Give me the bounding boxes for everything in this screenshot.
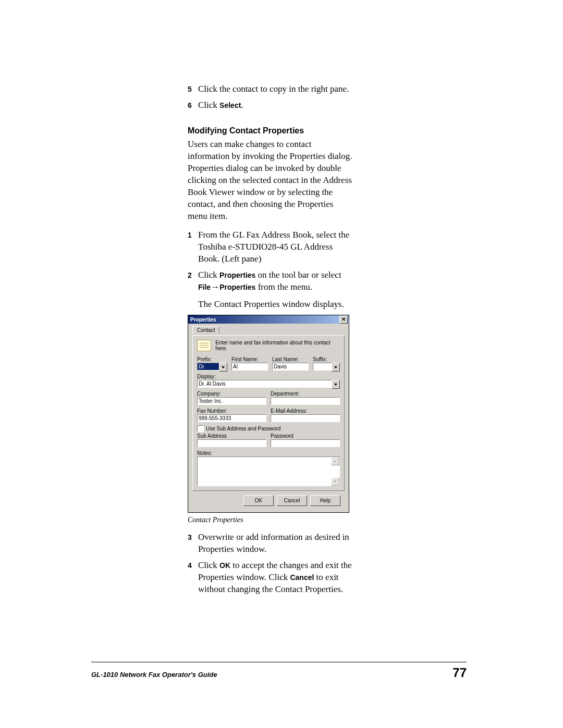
step-number: 6 xyxy=(188,100,198,112)
step-text: Click OK to accept the changes and exit … xyxy=(198,560,354,596)
display-combo[interactable]: Dr. Al Davis xyxy=(197,380,340,388)
use-sub-checkbox[interactable]: Use Sub Address and Password xyxy=(197,425,340,432)
step-4: 4 Click OK to accept the changes and exi… xyxy=(188,560,354,596)
email-input[interactable] xyxy=(271,414,340,422)
notes-label: Notes: xyxy=(197,450,340,456)
tab-strip: Contact xyxy=(192,326,345,333)
step-text: Click Properties on the tool bar or sele… xyxy=(198,269,354,311)
step-1: 1 From the GL Fax Address Book, select t… xyxy=(188,229,354,265)
step-number: 3 xyxy=(188,532,198,556)
display-label: Display: xyxy=(197,374,340,379)
department-input[interactable] xyxy=(271,397,340,405)
intro-paragraph: Users can make changes to contact inform… xyxy=(188,139,354,223)
section-heading: Modifying Contact Properties xyxy=(188,126,467,135)
step-number: 4 xyxy=(188,560,198,596)
step-6: 6 Click Select. xyxy=(188,100,354,112)
sub-address-label: Sub Address xyxy=(197,433,266,439)
password-input[interactable] xyxy=(271,439,340,447)
tab-contact[interactable]: Contact xyxy=(192,326,219,334)
fax-label: Fax Number: xyxy=(197,408,266,414)
help-button[interactable]: Help xyxy=(310,495,340,506)
notes-textarea[interactable] xyxy=(197,456,340,486)
close-icon[interactable]: ✕ xyxy=(339,316,348,324)
company-label: Company: xyxy=(197,391,266,397)
first-name-input[interactable]: Al xyxy=(231,363,268,371)
page-content: 5 Click the contact to copy in the right… xyxy=(91,83,467,600)
figure-caption: Contact Properties xyxy=(188,516,467,524)
company-input[interactable]: Tester Inc. xyxy=(197,397,266,405)
fax-input[interactable]: 999-555-3333 xyxy=(197,414,266,422)
ok-button[interactable]: OK xyxy=(243,495,274,506)
titlebar: Properties ✕ xyxy=(188,315,349,324)
step-number: 5 xyxy=(188,83,198,95)
scroll-down-icon[interactable] xyxy=(331,477,339,486)
email-label: E-Mail Address: xyxy=(271,408,340,414)
page-footer: GL-1010 Network Fax Operator's Guide 77 xyxy=(91,662,467,680)
prefix-label: Prefix: xyxy=(197,356,227,362)
department-label: Department: xyxy=(271,391,340,397)
cancel-button[interactable]: Cancel xyxy=(277,495,307,506)
chevron-down-icon[interactable] xyxy=(332,363,340,372)
step-text: Click Select. xyxy=(198,100,354,112)
dialog-title: Properties xyxy=(190,317,216,323)
sub-address-input[interactable] xyxy=(197,439,266,447)
scroll-up-icon[interactable] xyxy=(331,457,339,465)
password-label: Password xyxy=(271,433,340,439)
prefix-combo[interactable]: Dr. xyxy=(197,363,227,371)
step-text: Overwrite or add information as desired … xyxy=(198,532,354,556)
suffix-combo[interactable] xyxy=(313,363,340,371)
step-number: 1 xyxy=(188,229,198,265)
step-text: From the GL Fax Address Book, select the… xyxy=(198,229,354,265)
step-number: 2 xyxy=(188,269,198,311)
page-number: 77 xyxy=(452,665,467,680)
tab-page: Enter name and fax information about thi… xyxy=(192,335,345,491)
step-5: 5 Click the contact to copy in the right… xyxy=(188,83,354,95)
step-2: 2 Click Properties on the tool bar or se… xyxy=(188,269,354,311)
hint-text: Enter name and fax information about thi… xyxy=(215,340,340,351)
chevron-down-icon[interactable] xyxy=(219,363,227,372)
footer-title: GL-1010 Network Fax Operator's Guide xyxy=(91,671,217,678)
card-icon xyxy=(197,340,211,351)
last-name-label: Last Name: xyxy=(272,356,309,362)
suffix-label: Suffix: xyxy=(313,356,340,362)
step-3: 3 Overwrite or add information as desire… xyxy=(188,532,354,556)
step-text: Click the contact to copy in the right p… xyxy=(198,83,354,95)
checkbox-icon xyxy=(197,425,204,432)
first-name-label: First Name: xyxy=(231,356,268,362)
properties-dialog: Properties ✕ Contact Enter name and fax … xyxy=(188,315,349,513)
last-name-input[interactable]: Davis xyxy=(272,363,309,371)
chevron-down-icon[interactable] xyxy=(332,380,340,389)
